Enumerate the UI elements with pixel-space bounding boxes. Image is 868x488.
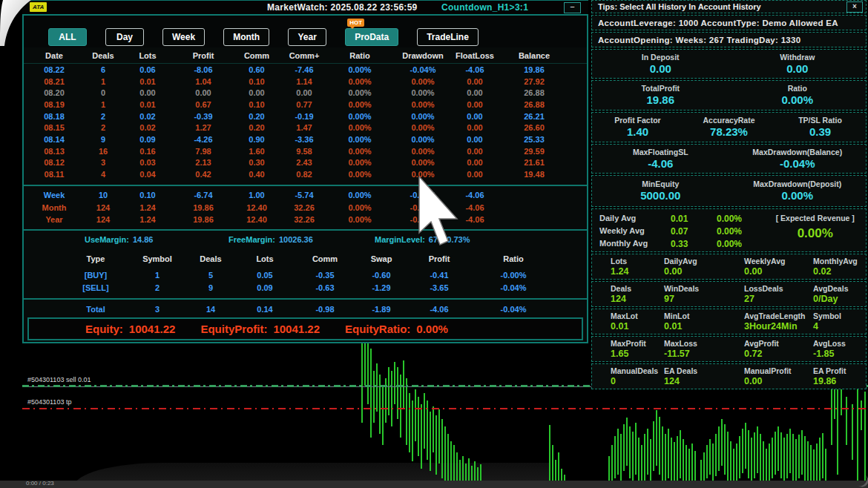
cell: 1 [138, 271, 177, 280]
stat-section: MinEquity5000.00MaxDrawdown(Deposit)0.00… [591, 175, 867, 207]
cell: 1.27 [174, 123, 233, 132]
cell: -4.06 [454, 215, 496, 224]
cell: Comm+ [280, 51, 328, 60]
stat-label: MonthlyAvg [813, 257, 866, 266]
equity: Equity:10041.22 [85, 323, 175, 335]
tab-tradeline[interactable]: TradeLine [417, 28, 479, 46]
cell: 26.88 [496, 88, 573, 97]
candle-bar [780, 432, 782, 478]
candle-bar [427, 400, 428, 460]
cell: 0.10 [233, 77, 280, 86]
tab-all[interactable]: ALL [48, 28, 87, 46]
cell: -0.41 [398, 271, 481, 280]
use-margin: UseMargin:14.86 [85, 235, 153, 244]
stat-item: EA Deals124 [664, 366, 744, 386]
stat-grid-row: Deals124WinDeals97LossDeals27AvgDeals0/D… [591, 281, 867, 307]
stat-item: MaxProfit1.65 [611, 339, 664, 359]
stat-value: 0/Day [813, 294, 866, 304]
cell: 9 [177, 283, 245, 292]
tab-prodata[interactable]: ProDataHOT [345, 28, 398, 46]
candle-bar [742, 429, 743, 473]
cell: 0.00 [174, 88, 233, 97]
tab-year[interactable]: Year [288, 28, 326, 46]
cell: 08.12 [24, 158, 85, 167]
stat-value: 4 [813, 321, 866, 332]
cell: 9 [85, 135, 122, 144]
candle-bar [635, 423, 637, 475]
stat-value: 0.01 [664, 321, 744, 332]
cell: 08.19 [24, 100, 85, 109]
candle-bar [834, 384, 835, 419]
tab-month[interactable]: Month [223, 28, 269, 46]
tab-day[interactable]: Day [105, 28, 144, 46]
cell: 0.16 [122, 147, 174, 156]
stat-value: 1.65 [611, 349, 664, 359]
stat-section: MaxFloatingSL-4.06MaxDrawdown(Balance)-0… [591, 144, 867, 174]
cell: 0.90 [233, 135, 280, 144]
stat-label: ManualProfit [744, 366, 813, 376]
cell: -4.06 [454, 191, 496, 200]
candle-bar [376, 363, 378, 412]
stat-section: Profit Factor1.40AccuracyRate78.23%TP/SL… [591, 112, 867, 142]
avg-row: Daily Avg0.010.00% [592, 212, 764, 225]
candle-bar [441, 419, 443, 478]
avg-label: Monthly Avg [599, 239, 671, 248]
cell: 124 [85, 215, 122, 224]
cell: 08.18 [24, 112, 85, 121]
cell: 08.22 [24, 65, 85, 74]
cell: 0.03 [122, 158, 174, 167]
expected-revenue: [ Expected Revenue ] 0.00% [764, 209, 866, 251]
candle-bar [400, 375, 401, 438]
stat-item: MaxDrawdown(Balance)-0.04% [729, 148, 867, 171]
stat-item: MaxDrawdown(Deposit)0.00% [729, 179, 867, 202]
candle-bar [760, 434, 761, 481]
stat-item: In Deposit0.00 [592, 53, 729, 76]
stat-value: 0.02 [813, 266, 866, 277]
cell: 0.00 [454, 88, 496, 97]
cell: Ratio [328, 51, 392, 60]
cell: -4.06 [454, 65, 496, 74]
candle-bar [406, 378, 407, 445]
cell: -8.06 [174, 65, 233, 74]
candle-bar [659, 417, 660, 475]
candle-bar [435, 415, 437, 475]
candle-bar [608, 456, 610, 482]
cell: -0.04% [392, 65, 454, 74]
summary-rows: Week100.10-6.741.00-5.740.00%-0.04%-4.06… [24, 185, 587, 231]
cell: Profit [174, 51, 233, 60]
cell: 0.00 [454, 77, 496, 86]
cell: 0.01 [122, 77, 174, 86]
stat-item: EA Profit19.86 [813, 366, 866, 386]
cell: 16 [85, 147, 122, 156]
daily-table-header: DateDealsLotsProfitCommComm+RatioDrawdow… [24, 48, 587, 64]
stat-label: MinLot [664, 311, 744, 321]
tab-week[interactable]: Week [162, 28, 205, 46]
video-progress-bar[interactable] [0, 481, 868, 488]
close-icon[interactable]: × [846, 1, 863, 13]
cell: 0.30 [233, 158, 280, 167]
cell: 0.05 [245, 271, 285, 280]
minimize-button[interactable]: − [564, 2, 581, 13]
cell: 0.09 [245, 283, 285, 292]
stat-value: 0.00 [744, 376, 813, 386]
stat-item: Deals124 [611, 284, 664, 304]
cell: 19.86 [174, 203, 233, 212]
cell: 0.00% [392, 77, 454, 86]
stat-item: MaxLot0.01 [611, 311, 664, 332]
stat-item: TP/SL Ratio0.39 [775, 116, 866, 139]
cell: 1 [85, 77, 122, 86]
candle-bar [647, 429, 648, 475]
stat-value: 1.40 [592, 125, 683, 139]
candle-bar [709, 439, 711, 475]
stat-value: -0.04% [729, 157, 867, 171]
stat-item: MaxLoss-11.57 [664, 339, 744, 359]
candle-bar [394, 362, 395, 404]
title-bar: MarketWatch: 2025.08.22 23:56:59 Countdo… [22, 0, 588, 15]
cell: 1.24 [122, 203, 174, 212]
cell: -5.74 [280, 191, 328, 200]
candle-bar [736, 444, 737, 482]
cell: 0.40 [233, 170, 280, 179]
cell: 1 [85, 100, 122, 109]
cell: 2.43 [280, 158, 328, 167]
candle-bar [421, 404, 422, 469]
